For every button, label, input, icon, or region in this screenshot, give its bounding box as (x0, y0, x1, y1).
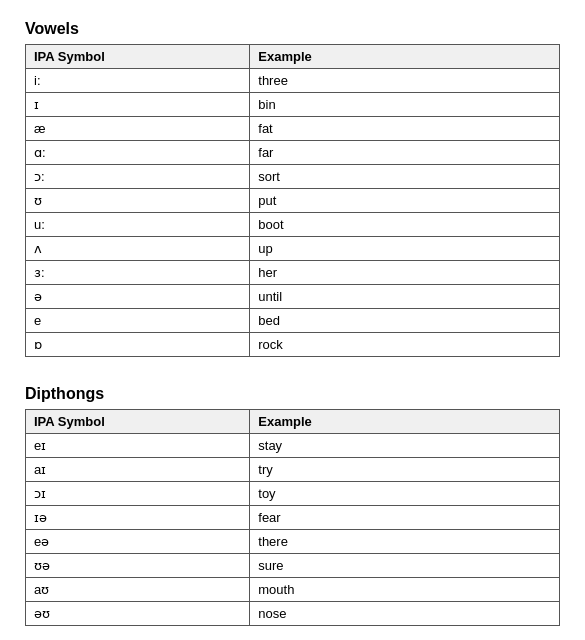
table-row: ʊput (26, 189, 560, 213)
dipthong-example: fear (250, 506, 560, 530)
vowel-example: bed (250, 309, 560, 333)
table-row: ebed (26, 309, 560, 333)
dipthongs-header-row: IPA Symbol Example (26, 410, 560, 434)
table-row: ɑ:far (26, 141, 560, 165)
vowel-example: her (250, 261, 560, 285)
dipthong-symbol: eə (26, 530, 250, 554)
vowel-symbol: ɒ (26, 333, 250, 357)
dipthong-example: stay (250, 434, 560, 458)
vowel-symbol: ɜ: (26, 261, 250, 285)
dipthong-symbol: ɔɪ (26, 482, 250, 506)
dipthong-example: toy (250, 482, 560, 506)
dipthong-symbol: ɪə (26, 506, 250, 530)
vowel-example: boot (250, 213, 560, 237)
table-row: aɪtry (26, 458, 560, 482)
dipthongs-title: Dipthongs (25, 385, 560, 403)
table-row: ʊəsure (26, 554, 560, 578)
table-row: ɒrock (26, 333, 560, 357)
vowel-example: fat (250, 117, 560, 141)
table-row: ɪbin (26, 93, 560, 117)
table-row: əʊnose (26, 602, 560, 626)
table-row: æfat (26, 117, 560, 141)
dipthong-example: try (250, 458, 560, 482)
dipthong-example: there (250, 530, 560, 554)
vowel-symbol: ʌ (26, 237, 250, 261)
dipthongs-col2-header: Example (250, 410, 560, 434)
vowel-symbol: i: (26, 69, 250, 93)
dipthong-symbol: eɪ (26, 434, 250, 458)
table-row: əuntil (26, 285, 560, 309)
vowels-header-row: IPA Symbol Example (26, 45, 560, 69)
vowel-symbol: ʊ (26, 189, 250, 213)
dipthongs-table: IPA Symbol Example eɪstayaɪtryɔɪtoyɪəfea… (25, 409, 560, 626)
table-row: ɔ:sort (26, 165, 560, 189)
vowel-symbol: ɪ (26, 93, 250, 117)
table-row: ɔɪtoy (26, 482, 560, 506)
dipthongs-col1-header: IPA Symbol (26, 410, 250, 434)
vowels-title: Vowels (25, 20, 560, 38)
vowel-example: up (250, 237, 560, 261)
table-row: eəthere (26, 530, 560, 554)
vowel-symbol: ə (26, 285, 250, 309)
vowel-example: until (250, 285, 560, 309)
table-row: i:three (26, 69, 560, 93)
vowel-example: three (250, 69, 560, 93)
table-row: ɪəfear (26, 506, 560, 530)
table-row: u:boot (26, 213, 560, 237)
vowels-col2-header: Example (250, 45, 560, 69)
vowel-example: far (250, 141, 560, 165)
dipthong-symbol: ʊə (26, 554, 250, 578)
vowel-symbol: ɑ: (26, 141, 250, 165)
vowel-symbol: ɔ: (26, 165, 250, 189)
vowels-col1-header: IPA Symbol (26, 45, 250, 69)
table-row: eɪstay (26, 434, 560, 458)
vowels-section: Vowels IPA Symbol Example i:threeɪbinæfa… (25, 20, 560, 357)
dipthong-example: mouth (250, 578, 560, 602)
vowel-example: sort (250, 165, 560, 189)
table-row: ʌup (26, 237, 560, 261)
dipthong-symbol: əʊ (26, 602, 250, 626)
dipthong-example: nose (250, 602, 560, 626)
vowel-symbol: u: (26, 213, 250, 237)
dipthong-symbol: aʊ (26, 578, 250, 602)
vowel-example: bin (250, 93, 560, 117)
dipthongs-section: Dipthongs IPA Symbol Example eɪstayaɪtry… (25, 385, 560, 626)
vowel-symbol: æ (26, 117, 250, 141)
vowel-example: put (250, 189, 560, 213)
dipthong-symbol: aɪ (26, 458, 250, 482)
vowel-example: rock (250, 333, 560, 357)
table-row: aʊmouth (26, 578, 560, 602)
vowel-symbol: e (26, 309, 250, 333)
vowels-table: IPA Symbol Example i:threeɪbinæfatɑ:farɔ… (25, 44, 560, 357)
dipthong-example: sure (250, 554, 560, 578)
table-row: ɜ:her (26, 261, 560, 285)
